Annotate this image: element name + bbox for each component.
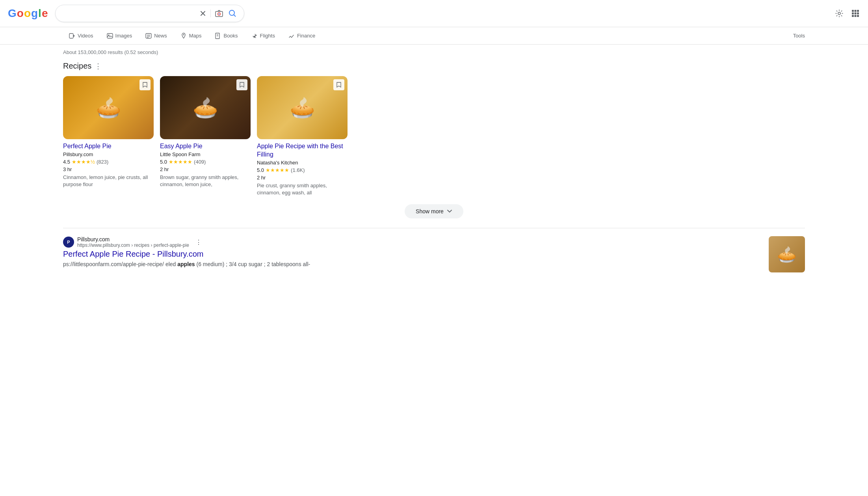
recipe-img-emoji-2: 🥧 — [290, 96, 315, 120]
source-info-0: Pillsbury.com https://www.pillsbury.com … — [77, 236, 189, 248]
section-divider — [63, 228, 805, 228]
settings-button[interactable] — [834, 8, 844, 19]
logo-letter-e: e — [42, 7, 48, 20]
search-result-0: P Pillsbury.com https://www.pillsbury.co… — [63, 233, 805, 276]
svg-rect-5 — [852, 10, 854, 12]
recipe-rating-value-1: 5.0 — [160, 159, 167, 165]
tab-videos[interactable]: Videos — [63, 29, 99, 43]
svg-point-2 — [219, 13, 220, 15]
tab-flights[interactable]: Flights — [245, 29, 281, 43]
recipe-stars-1: ★★★★★ — [169, 159, 192, 165]
bookmark-button-1[interactable] — [236, 79, 247, 90]
svg-rect-9 — [855, 13, 857, 15]
recipe-rating-count-2: (1.6K) — [291, 167, 305, 173]
source-name-0: Pillsbury.com — [77, 236, 189, 242]
show-more-button[interactable]: Show more — [405, 204, 463, 218]
tab-flights-label: Flights — [260, 33, 275, 39]
tab-books-label: Books — [223, 33, 238, 39]
tab-maps[interactable]: Maps — [175, 29, 208, 43]
search-bar: apple pie recipe — [55, 5, 244, 22]
result-snippet-0: ps://littlespoonfarm.com/apple-pie-recip… — [63, 260, 762, 269]
svg-rect-11 — [852, 15, 854, 17]
svg-rect-8 — [852, 13, 854, 15]
recipe-source-0: Pillsbury.com — [63, 151, 154, 157]
recipe-img-wrap-0: 🥧 — [63, 76, 154, 139]
recipe-rating-value-0: 4.5 — [63, 159, 70, 165]
recipe-stars-2: ★★★★★ — [266, 167, 289, 173]
tab-maps-label: Maps — [189, 33, 202, 39]
apps-icon — [851, 9, 859, 17]
source-favicon-0: P — [63, 237, 74, 248]
logo-letter-o2: o — [24, 7, 30, 20]
recipe-time-0: 3 hr — [63, 166, 154, 172]
tab-news-label: News — [154, 33, 167, 39]
svg-point-4 — [838, 12, 840, 15]
flights-icon — [251, 32, 258, 39]
divider-line — [210, 9, 211, 17]
tab-videos-label: Videos — [78, 33, 93, 39]
search-button[interactable] — [227, 8, 238, 19]
clear-button[interactable] — [199, 9, 207, 18]
bookmark-button-2[interactable] — [333, 79, 344, 90]
recipe-source-2: Natasha's Kitchen — [257, 160, 348, 166]
tools-button[interactable]: Tools — [793, 33, 805, 39]
maps-icon — [180, 32, 187, 39]
apps-button[interactable] — [851, 9, 860, 18]
search-icons — [199, 8, 238, 19]
recipe-rating-count-1: (409) — [194, 159, 206, 165]
tab-news[interactable]: News — [139, 29, 173, 43]
source-url-0: https://www.pillsbury.com › recipes › pe… — [77, 242, 189, 248]
recipe-title-1[interactable]: Easy Apple Pie — [160, 142, 251, 151]
tab-images[interactable]: Images — [101, 29, 138, 43]
recipe-card-0[interactable]: 🥧 Perfect Apple Pie Pillsbury.com 4.5 ★★… — [63, 76, 154, 196]
recipe-card-1[interactable]: 🥧 Easy Apple Pie Little Spoon Farm 5.0 ★… — [160, 76, 251, 196]
result-img-emoji-0: 🥧 — [777, 245, 797, 264]
recipe-rating-value-2: 5.0 — [257, 167, 264, 173]
recipe-img-wrap-1: 🥧 — [160, 76, 251, 139]
svg-rect-13 — [857, 15, 859, 17]
search-icon — [228, 9, 237, 18]
recipes-grid: 🥧 Perfect Apple Pie Pillsbury.com 4.5 ★★… — [63, 76, 805, 196]
books-icon — [215, 32, 221, 39]
section-menu-button[interactable]: ⋮ — [95, 62, 102, 71]
tab-images-label: Images — [115, 33, 132, 39]
svg-rect-7 — [857, 10, 859, 12]
logo-letter-l: l — [38, 7, 41, 20]
recipe-source-1: Little Spoon Farm — [160, 151, 251, 157]
header: Google apple pie recipe — [0, 0, 868, 27]
svg-rect-10 — [857, 13, 859, 15]
recipe-card-2[interactable]: 🥧 Apple Pie Recipe with the Best Filling… — [257, 76, 348, 196]
recipe-title-0[interactable]: Perfect Apple Pie — [63, 142, 154, 151]
tab-books[interactable]: Books — [209, 29, 243, 43]
svg-rect-12 — [855, 15, 857, 17]
recipe-title-2[interactable]: Apple Pie Recipe with the Best Filling — [257, 142, 348, 159]
images-icon — [107, 32, 113, 39]
recipe-img-wrap-2: 🥧 — [257, 76, 348, 139]
header-right — [834, 8, 860, 19]
search-input[interactable]: apple pie recipe — [62, 10, 195, 17]
result-menu-button-0[interactable]: ⋮ — [195, 239, 202, 246]
snippet-suffix-0: (6 medium) ; 3/4 cup sugar ; 2 tablespoo… — [195, 261, 310, 267]
recipe-rating-count-0: (823) — [97, 159, 108, 165]
camera-search-button[interactable] — [214, 8, 224, 19]
tools-label: Tools — [793, 33, 805, 39]
recipe-ingredients-0: Cinnamon, lemon juice, pie crusts, all p… — [63, 174, 154, 188]
videos-icon — [69, 32, 75, 39]
bookmark-button-0[interactable] — [139, 79, 151, 90]
tab-finance[interactable]: Finance — [283, 29, 321, 43]
google-logo[interactable]: Google — [8, 7, 47, 20]
result-title-0[interactable]: Perfect Apple Pie Recipe - Pillsbury.com — [63, 250, 762, 259]
camera-icon — [215, 9, 223, 18]
recipes-section: Recipes ⋮ 🥧 Perfect Apple Pie Pillsbury.… — [63, 62, 805, 218]
recipe-img-emoji-0: 🥧 — [96, 96, 121, 120]
snippet-bold-0: apples — [177, 261, 195, 267]
show-more-label: Show more — [416, 208, 444, 214]
result-source-0: P Pillsbury.com https://www.pillsbury.co… — [63, 236, 762, 248]
recipe-rating-2: 5.0 ★★★★★ (1.6K) — [257, 167, 348, 173]
settings-icon — [835, 9, 844, 18]
recipe-rating-1: 5.0 ★★★★★ (409) — [160, 159, 251, 165]
recipe-img-emoji-1: 🥧 — [193, 96, 218, 120]
svg-rect-6 — [855, 10, 857, 12]
recipe-time-1: 2 hr — [160, 166, 251, 172]
recipe-rating-0: 4.5 ★★★★½ (823) — [63, 159, 154, 165]
